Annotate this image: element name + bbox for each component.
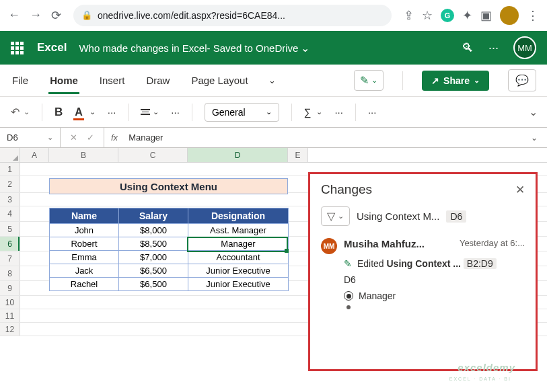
change-range-badge: B2:D9: [464, 258, 497, 269]
table-row: Emma$7,000Accountant: [50, 251, 289, 264]
ribbon: ↶ ⌄ B A⌄ ··· ⌄ ··· General ⌄ ∑⌄ ··· ··· …: [0, 97, 547, 128]
number-format-label: General: [212, 107, 246, 118]
row-header[interactable]: 3: [0, 193, 20, 206]
editing-mode-button[interactable]: ✎ ⌄: [354, 70, 384, 91]
tab-page-layout[interactable]: Page Layout: [190, 67, 249, 94]
align-center-button[interactable]: ⌄: [141, 108, 159, 116]
changes-panel: Changes ✕ ▽ ⌄ Using Context M... D6 MM M…: [308, 172, 538, 371]
align-more-button[interactable]: ···: [171, 106, 180, 118]
number-format-select[interactable]: General ⌄: [205, 103, 279, 122]
cancel-icon[interactable]: ✕: [70, 132, 77, 143]
fx-label[interactable]: fx: [104, 132, 124, 143]
col-header[interactable]: D: [188, 148, 288, 162]
data-region: Using Context Menu Name Salary Designati…: [49, 178, 289, 291]
chevron-down-icon: ⌄: [338, 212, 344, 221]
row-header[interactable]: 7: [0, 251, 20, 266]
select-all-corner[interactable]: [0, 148, 20, 162]
doc-saved[interactable]: - Saved to OneDrive: [207, 42, 299, 54]
forward-icon[interactable]: →: [30, 8, 42, 22]
tab-draw[interactable]: Draw: [145, 67, 171, 94]
close-icon[interactable]: ✕: [515, 183, 525, 197]
doc-title[interactable]: Who made changes in Excel: [79, 42, 207, 54]
url-bar[interactable]: 🔒 onedrive.live.com/edit.aspx?resid=6CAE…: [73, 5, 392, 26]
back-icon[interactable]: ←: [8, 8, 20, 22]
undo-icon[interactable]: ↶: [11, 106, 20, 118]
star-icon[interactable]: ☆: [422, 8, 433, 23]
share-icon: ↗: [431, 75, 439, 86]
row-header[interactable]: 12: [0, 323, 20, 336]
row-header[interactable]: 8: [0, 266, 20, 280]
reader-icon[interactable]: ▣: [480, 8, 492, 23]
row-header[interactable]: 1: [0, 163, 20, 175]
tab-file[interactable]: File: [11, 67, 30, 94]
font-more-button[interactable]: ···: [108, 106, 116, 118]
row-header[interactable]: 6: [0, 237, 20, 251]
filter-cell-badge: D6: [446, 210, 466, 223]
change-action: Edited: [357, 258, 384, 269]
bold-button[interactable]: B: [54, 106, 63, 119]
row-header[interactable]: 11: [0, 309, 20, 322]
row-header[interactable]: 2: [0, 176, 20, 192]
browser-menu-icon[interactable]: ⋮: [527, 8, 539, 23]
share-label: Share: [443, 75, 470, 86]
th-name[interactable]: Name: [50, 208, 119, 224]
new-value: Manager: [359, 290, 396, 301]
expand-formula-icon[interactable]: ⌄: [531, 133, 547, 143]
formula-value[interactable]: Manager: [124, 132, 163, 143]
more-icon[interactable]: ···: [488, 41, 499, 55]
tabs-more-icon[interactable]: ⌄: [268, 75, 276, 85]
data-table: Name Salary Designation John$8,000Asst. …: [49, 208, 289, 291]
font-color-button[interactable]: A⌄: [75, 106, 96, 118]
row-header[interactable]: 4: [0, 206, 20, 221]
reload-icon[interactable]: ⟳: [51, 8, 61, 23]
row-header[interactable]: 9: [0, 281, 20, 295]
editing-more-button[interactable]: ···: [334, 106, 343, 118]
comments-button[interactable]: 💬: [508, 69, 536, 91]
col-header[interactable]: A: [20, 148, 49, 162]
change-user: Musiha Mahfuz...: [344, 238, 425, 254]
user-avatar-small: MM: [321, 238, 337, 254]
row-header[interactable]: 10: [0, 296, 20, 309]
change-entry[interactable]: MM Musiha Mahfuz... Yesterday at 6:...: [321, 238, 525, 254]
change-sheet: Using Context ...: [386, 258, 460, 269]
lock-icon: 🔒: [81, 10, 92, 20]
table-row: Robert$8,500Manager: [50, 237, 289, 251]
extensions-icon[interactable]: ✦: [462, 8, 472, 23]
ribbon-more-button[interactable]: ···: [368, 106, 377, 118]
app-name: Excel: [37, 41, 67, 54]
formula-bar: D6 ⌄ ✕ ✓ fx Manager ⌄: [0, 128, 547, 148]
change-time: Yesterday at 6:...: [460, 238, 525, 254]
name-box[interactable]: D6 ⌄: [0, 128, 61, 147]
share-url-icon[interactable]: ⇪: [404, 8, 414, 23]
excel-header: Excel Who made changes in Excel - Saved …: [0, 31, 547, 65]
col-header[interactable]: C: [118, 148, 188, 162]
autosum-button[interactable]: ∑⌄: [304, 106, 323, 118]
tab-insert[interactable]: Insert: [98, 67, 126, 94]
row-header[interactable]: 5: [0, 222, 20, 236]
undo-more-icon[interactable]: ⌄: [24, 108, 30, 116]
sheet-title[interactable]: Using Context Menu: [49, 178, 288, 194]
watermark: exceldemy: [458, 362, 515, 373]
col-header[interactable]: B: [49, 148, 118, 162]
tab-home[interactable]: Home: [48, 67, 79, 94]
filter-sheet-label: Using Context M...: [357, 210, 439, 222]
cell-ref: D6: [7, 132, 18, 143]
th-salary[interactable]: Salary: [119, 208, 188, 224]
radio-selected-icon: [344, 291, 353, 301]
new-value-row: Manager: [344, 290, 525, 301]
search-icon[interactable]: 🔍︎: [462, 41, 474, 55]
profile-avatar[interactable]: [500, 6, 519, 25]
confirm-icon[interactable]: ✓: [87, 132, 94, 143]
grammarly-icon[interactable]: G: [441, 9, 454, 22]
user-avatar[interactable]: MM: [513, 36, 536, 59]
filter-button[interactable]: ▽ ⌄: [321, 206, 350, 226]
table-header: Name Salary Designation: [50, 208, 289, 224]
col-header[interactable]: E: [288, 148, 308, 162]
change-details: ✎ Edited Using Context ... B2:D9 D6 Mana…: [344, 258, 525, 309]
share-button[interactable]: ↗ Share ⌄: [422, 71, 489, 91]
collapse-ribbon-icon[interactable]: ⌄: [529, 106, 538, 118]
th-designation[interactable]: Designation: [188, 208, 289, 224]
chevron-down-icon[interactable]: ⌄: [301, 42, 309, 54]
table-row: Rachel$6,500Junior Executive: [50, 278, 289, 291]
app-launcher-icon[interactable]: [11, 42, 24, 54]
